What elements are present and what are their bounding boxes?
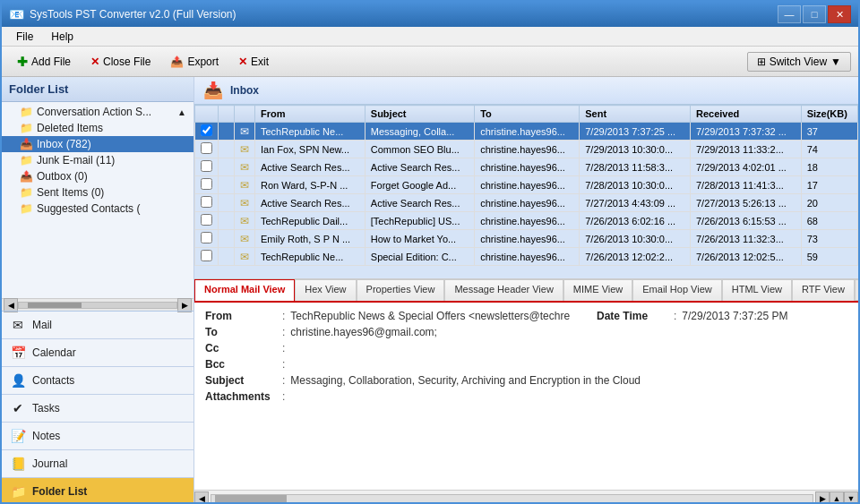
email-received: 7/26/2013 12:02:5...: [690, 248, 801, 266]
exit-button[interactable]: ✕ Exit: [230, 52, 277, 72]
email-checkbox-cell[interactable]: [195, 230, 219, 248]
email-envelope-icon: ✉: [240, 197, 249, 209]
subject-sep: :: [282, 374, 285, 387]
email-detail: From : TechRepublic News & Special Offer…: [194, 303, 858, 491]
email-checkbox[interactable]: [201, 250, 212, 261]
email-received: 7/29/2013 7:37:32 ...: [690, 123, 801, 141]
nav-btn-journal[interactable]: 📒 Journal: [2, 450, 194, 478]
email-checkbox-cell[interactable]: [195, 194, 219, 212]
table-row[interactable]: ✉ Ron Ward, S-P-N ... Forget Google Ad..…: [195, 176, 858, 194]
email-received: 7/27/2013 5:26:13 ...: [690, 194, 801, 212]
folder-item-outbox[interactable]: 📤 Outbox (0): [2, 168, 194, 184]
tab-properties[interactable]: Properties View: [357, 279, 445, 301]
table-row[interactable]: ✉ Ian Fox, SPN New... Common SEO Blu... …: [195, 141, 858, 158]
folder-item-sent[interactable]: 📁 Sent Items (0): [2, 184, 194, 201]
email-subject: Active Search Res...: [365, 158, 474, 176]
email-checkbox-cell[interactable]: [195, 141, 219, 158]
sidebar: Folder List 📁 Conversation Action S... ▲…: [2, 77, 194, 504]
detail-scroll-right[interactable]: ▶: [815, 491, 830, 505]
email-from: Ron Ward, S-P-N ...: [255, 176, 366, 194]
exit-label: Exit: [251, 56, 269, 68]
table-row[interactable]: ✉ Active Search Res... Active Search Res…: [195, 158, 858, 176]
detail-scroll-track[interactable]: [211, 494, 813, 503]
close-file-icon: ✕: [90, 56, 99, 68]
nav-btn-folder-list[interactable]: 📁 Folder List: [2, 478, 194, 504]
email-checkbox[interactable]: [201, 196, 212, 208]
email-from: Active Search Res...: [255, 194, 366, 212]
tab-scroll-left[interactable]: ◀: [855, 279, 858, 301]
export-button[interactable]: 📤 Export: [162, 52, 227, 72]
detail-scroll-left[interactable]: ◀: [194, 491, 209, 505]
menu-file[interactable]: File: [9, 29, 40, 45]
email-checkbox-cell[interactable]: [195, 212, 219, 230]
nav-btn-calendar[interactable]: 📅 Calendar: [2, 339, 194, 367]
tab-rtf[interactable]: RTF View: [792, 279, 855, 301]
nav-btn-mail[interactable]: ✉ Mail: [2, 312, 194, 339]
email-icon-cell: ✉: [235, 194, 255, 212]
email-checkbox-cell[interactable]: [195, 248, 219, 266]
table-row[interactable]: ✉ TechRepublic Ne... Special Edition: C.…: [195, 248, 858, 266]
email-checkbox[interactable]: [201, 178, 212, 190]
detail-scroll-down[interactable]: ▼: [844, 491, 858, 505]
email-checkbox-cell[interactable]: [195, 176, 219, 194]
close-file-button[interactable]: ✕ Close File: [82, 52, 159, 72]
email-envelope-icon: ✉: [240, 143, 249, 156]
email-checkbox[interactable]: [201, 142, 212, 154]
folder-item-conversation[interactable]: 📁 Conversation Action S... ▲: [2, 104, 194, 120]
col-header-from[interactable]: From: [255, 106, 366, 123]
detail-cc-row: Cc :: [205, 342, 847, 355]
table-row[interactable]: ✉ TechRepublic Dail... [TechRepublic] US…: [195, 212, 858, 230]
inbox-header-icon: 📥: [203, 81, 223, 100]
folder-item-inbox[interactable]: 📥 Inbox (782): [2, 136, 194, 152]
tab-email-hop[interactable]: Email Hop View: [632, 279, 721, 301]
switch-view-button[interactable]: ⊞ Switch View ▼: [747, 52, 851, 72]
detail-scroll-up[interactable]: ▲: [830, 491, 844, 505]
col-header-subject[interactable]: Subject: [365, 106, 474, 123]
folder-item-deleted[interactable]: 📁 Deleted Items: [2, 120, 194, 136]
tab-message-header[interactable]: Message Header View: [444, 279, 563, 301]
email-checkbox[interactable]: [201, 214, 212, 226]
email-list-container[interactable]: From Subject To Sent Received Size(KB) ✉…: [194, 105, 858, 279]
nav-buttons: ✉ Mail 📅 Calendar 👤 Contacts ✔ Tasks 📝 N…: [2, 311, 194, 504]
add-file-button[interactable]: ✚ Add File: [9, 51, 79, 73]
nav-label-mail: Mail: [32, 319, 52, 331]
minimize-button[interactable]: —: [778, 5, 801, 23]
tab-html[interactable]: HTML View: [722, 279, 792, 301]
folder-label-outbox: Outbox (0): [37, 170, 88, 183]
folder-item-suggested[interactable]: 📁 Suggested Contacts (: [2, 201, 194, 217]
to-value: christine.hayes96@gmail.com;: [290, 326, 847, 338]
nav-btn-tasks[interactable]: ✔ Tasks: [2, 395, 194, 423]
email-size: 74: [801, 141, 857, 158]
col-header-size[interactable]: Size(KB): [801, 106, 857, 123]
maximize-button[interactable]: □: [803, 5, 826, 23]
table-row[interactable]: ✉ Emily Roth, S P N ... How to Market Yo…: [195, 230, 858, 248]
tab-hex[interactable]: Hex View: [295, 279, 356, 301]
menu-help[interactable]: Help: [44, 29, 81, 45]
tab-mime[interactable]: MIME View: [563, 279, 632, 301]
folder-item-junk[interactable]: 📁 Junk E-mail (11): [2, 152, 194, 168]
email-icon-cell: ✉: [235, 123, 255, 141]
email-sent: 7/26/2013 12:02:2...: [580, 248, 691, 266]
table-row[interactable]: ✉ Active Search Res... Active Search Res…: [195, 194, 858, 212]
col-header-sent[interactable]: Sent: [580, 106, 691, 123]
email-checkbox[interactable]: [201, 232, 212, 243]
nav-btn-contacts[interactable]: 👤 Contacts: [2, 367, 194, 395]
col-header-received[interactable]: Received: [690, 106, 801, 123]
email-envelope-icon: ✉: [240, 251, 249, 263]
tab-normal-mail[interactable]: Normal Mail View: [194, 279, 295, 303]
close-button[interactable]: ✕: [828, 5, 851, 23]
email-checkbox-cell[interactable]: [195, 123, 219, 141]
email-subject: Special Edition: C...: [365, 248, 474, 266]
email-checkbox[interactable]: [201, 124, 212, 136]
email-checkbox-cell[interactable]: [195, 158, 219, 176]
email-checkbox[interactable]: [201, 160, 212, 172]
email-envelope-icon: ✉: [240, 161, 249, 174]
sidebar-scroll-track[interactable]: [18, 302, 177, 309]
folder-icon-sent: 📁: [20, 186, 33, 199]
table-row[interactable]: ✉ TechRepublic Ne... Messaging, Colla...…: [195, 123, 858, 141]
datetime-value: 7/29/2013 7:37:25 PM: [682, 310, 847, 322]
col-header-to[interactable]: To: [475, 106, 580, 123]
folder-label-suggested: Suggested Contacts (: [37, 202, 140, 215]
nav-btn-notes[interactable]: 📝 Notes: [2, 423, 194, 450]
add-file-icon: ✚: [17, 55, 28, 69]
